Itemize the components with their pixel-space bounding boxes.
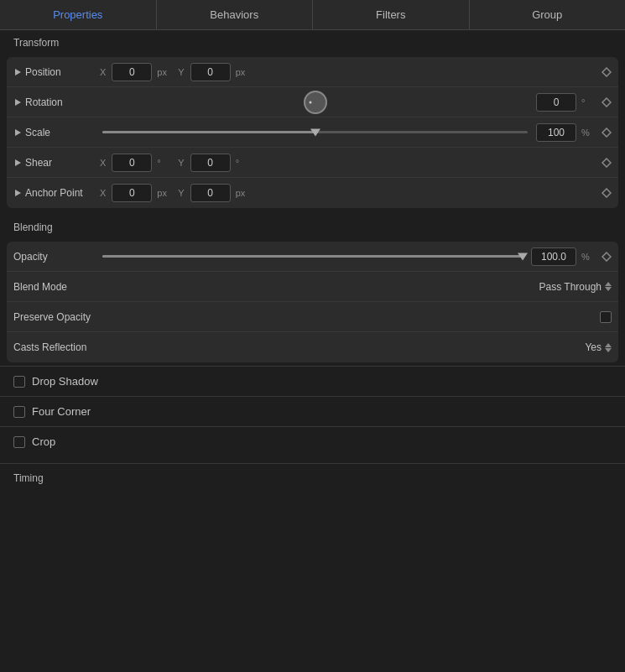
position-x-label: X (100, 67, 106, 77)
scale-keyframe-icon[interactable] (602, 128, 612, 138)
drop-shadow-checkbox[interactable] (13, 376, 25, 388)
preserve-opacity-checkbox[interactable] (600, 311, 612, 323)
rotation-knob[interactable] (304, 91, 327, 114)
svg-marker-4 (602, 189, 611, 197)
crop-row: Crop (0, 426, 625, 456)
drop-shadow-row: Drop Shadow (0, 366, 625, 396)
rotation-value-input[interactable] (536, 93, 576, 112)
casts-reflection-row: Casts Reflection Yes (7, 332, 618, 362)
shear-keyframe-icon[interactable] (602, 158, 612, 168)
preserve-opacity-label: Preserve Opacity (13, 311, 97, 323)
position-label: Position (13, 66, 97, 78)
position-y-label: Y (178, 67, 184, 77)
position-x-unit: px (157, 67, 172, 77)
rotation-keyframe-icon[interactable] (602, 97, 612, 107)
tab-filters[interactable]: Filters (313, 0, 470, 29)
blend-mode-stepper[interactable] (605, 282, 612, 291)
svg-marker-5 (602, 253, 611, 261)
tab-bar: Properties Behaviors Filters Group (0, 0, 625, 30)
anchor-point-expand-icon[interactable] (13, 189, 22, 197)
anchor-point-keyframe-icon[interactable] (602, 188, 612, 198)
transform-section-label: Transform (0, 30, 625, 54)
shear-y-input[interactable] (190, 154, 231, 172)
anchor-x-unit: px (157, 188, 172, 198)
rotation-label: Rotation (13, 96, 97, 108)
anchor-y-label: Y (178, 188, 184, 198)
timing-section-label: Timing (0, 463, 625, 489)
blend-mode-up-arrow[interactable] (605, 282, 612, 286)
svg-marker-0 (602, 68, 611, 76)
opacity-slider-fill (102, 255, 523, 258)
anchor-y-input[interactable] (190, 184, 231, 202)
blending-group: Opacity % Blend Mode Pass Through (7, 242, 618, 362)
scale-slider[interactable] (97, 131, 533, 133)
casts-reflection-down-arrow[interactable] (605, 348, 612, 352)
rotation-expand-icon[interactable] (13, 98, 22, 107)
tab-group[interactable]: Group (470, 0, 626, 29)
blend-mode-dropdown[interactable]: Pass Through (539, 281, 612, 293)
blend-mode-label: Blend Mode (13, 281, 97, 293)
scale-content: % (97, 123, 596, 142)
scale-slider-thumb[interactable] (310, 128, 320, 136)
shear-content: X ° Y ° (97, 154, 596, 172)
shear-y-unit: ° (236, 158, 251, 168)
preserve-opacity-row: Preserve Opacity (7, 302, 618, 332)
crop-label: Crop (32, 435, 55, 448)
blending-section-label: Blending (0, 215, 625, 238)
position-content: X px Y px (97, 63, 596, 81)
casts-reflection-dropdown[interactable]: Yes (585, 341, 612, 353)
svg-marker-2 (602, 128, 611, 137)
scale-label: Scale (13, 127, 97, 138)
tab-properties[interactable]: Properties (0, 0, 157, 29)
scale-expand-icon[interactable] (13, 128, 22, 137)
svg-marker-1 (602, 98, 611, 107)
casts-reflection-stepper[interactable] (605, 343, 612, 352)
anchor-y-unit: px (236, 188, 251, 198)
opacity-label: Opacity (13, 251, 97, 263)
four-corner-checkbox[interactable] (13, 406, 25, 418)
opacity-unit: % (581, 252, 596, 262)
drop-shadow-label: Drop Shadow (32, 375, 98, 388)
scale-slider-track[interactable] (102, 131, 528, 133)
shear-x-input[interactable] (112, 154, 152, 172)
anchor-point-label: Anchor Point (13, 187, 97, 199)
opacity-content: % (97, 247, 596, 266)
anchor-point-row: Anchor Point X px Y px (7, 178, 618, 208)
rotation-row: Rotation ° (7, 87, 618, 117)
svg-marker-3 (602, 159, 611, 167)
scale-row: Scale % (7, 117, 618, 148)
opacity-value-input[interactable] (531, 247, 576, 266)
anchor-point-content: X px Y px (97, 184, 596, 202)
scale-slider-fill (102, 131, 315, 133)
position-y-input[interactable] (190, 63, 231, 81)
shear-x-unit: ° (157, 158, 172, 168)
casts-reflection-up-arrow[interactable] (605, 343, 612, 347)
blend-mode-row: Blend Mode Pass Through (7, 272, 618, 302)
opacity-slider[interactable] (97, 255, 528, 258)
shear-label: Shear (13, 157, 97, 169)
position-x-input[interactable] (112, 63, 152, 81)
four-corner-row: Four Corner (0, 396, 625, 426)
transform-group: Position X px Y px Rotation ° (7, 57, 618, 208)
crop-checkbox[interactable] (13, 436, 25, 448)
anchor-x-label: X (100, 188, 106, 198)
position-y-unit: px (236, 67, 251, 77)
position-keyframe-icon[interactable] (602, 67, 612, 77)
opacity-keyframe-icon[interactable] (602, 252, 612, 262)
opacity-row: Opacity % (7, 242, 618, 272)
position-row: Position X px Y px (7, 57, 618, 87)
shear-x-label: X (100, 158, 106, 168)
position-expand-icon[interactable] (13, 68, 22, 76)
tab-behaviors[interactable]: Behaviors (157, 0, 314, 29)
anchor-x-input[interactable] (112, 184, 152, 202)
shear-y-label: Y (178, 158, 184, 168)
scale-unit: % (581, 128, 596, 138)
rotation-unit: ° (581, 97, 596, 107)
blend-mode-down-arrow[interactable] (605, 287, 612, 291)
scale-value-input[interactable] (536, 123, 576, 142)
rotation-content: ° (97, 91, 596, 114)
shear-expand-icon[interactable] (13, 159, 22, 167)
opacity-slider-track[interactable] (102, 255, 523, 258)
opacity-slider-thumb[interactable] (518, 253, 528, 260)
shear-row: Shear X ° Y ° (7, 148, 618, 178)
